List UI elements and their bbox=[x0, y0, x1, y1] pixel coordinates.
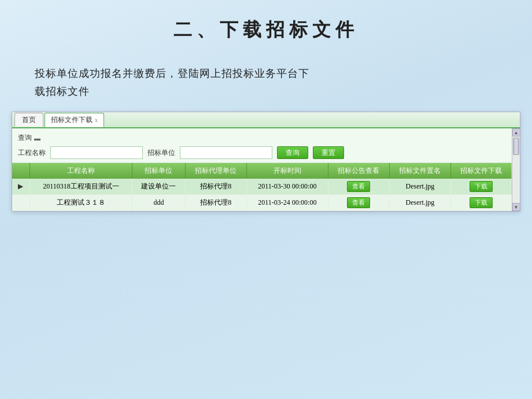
browser-main: 查询 ▬ 工程名称 招标单位 查询 重置 bbox=[12, 128, 512, 211]
tab-active-label: 招标文件下载 bbox=[51, 115, 93, 125]
search-button[interactable]: 查询 bbox=[277, 146, 308, 159]
cell-notice[interactable]: 查看 bbox=[328, 195, 389, 211]
table-row[interactable]: 工程测试３１８ ddd 招标代理8 2011-03-24 00:00:00 查看… bbox=[12, 195, 512, 211]
scrollbar-thumb[interactable] bbox=[513, 138, 519, 155]
tab-bar: 首页 招标文件下载 x bbox=[12, 112, 520, 128]
field1-label: 工程名称 bbox=[18, 148, 46, 158]
scrollbar-track[interactable] bbox=[512, 136, 520, 203]
cell-agent: 招标代理8 bbox=[185, 179, 246, 195]
table-wrapper: 工程名称 招标单位 招标代理单位 开标时间 招标公告查看 招标文件置名 招标文件… bbox=[12, 163, 512, 211]
col-header-notice: 招标公告查看 bbox=[328, 163, 389, 179]
tab-close-icon[interactable]: x bbox=[95, 117, 98, 123]
cell-filename: Desert.jpg bbox=[389, 179, 450, 195]
col-header-open-time: 开标时间 bbox=[246, 163, 328, 179]
cell-project-name: 工程测试３１８ bbox=[29, 195, 132, 211]
description-line1: 投标单位成功报名并缴费后，登陆网上招投标业务平台下 bbox=[35, 65, 497, 83]
col-header-tender-unit: 招标单位 bbox=[132, 163, 185, 179]
browser-window: 首页 招标文件下载 x 查询 ▬ 工程名称 招标单位 查询 重置 bbox=[12, 112, 520, 212]
cell-filename: Desert.jpg bbox=[389, 195, 450, 211]
cell-tender-unit: 建设单位一 bbox=[132, 179, 185, 195]
row-marker: ▶ bbox=[12, 179, 29, 195]
scrollbar-up-button[interactable]: ▲ bbox=[512, 128, 520, 136]
search-section-label: 查询 ▬ bbox=[18, 133, 506, 143]
col-header-filename: 招标文件置名 bbox=[389, 163, 450, 179]
tab-home[interactable]: 首页 bbox=[14, 113, 43, 127]
results-table: 工程名称 招标单位 招标代理单位 开标时间 招标公告查看 招标文件置名 招标文件… bbox=[12, 163, 512, 211]
table-row[interactable]: ▶ 20110318工程项目测试一 建设单位一 招标代理8 2011-03-30… bbox=[12, 179, 512, 195]
cell-tender-unit: ddd bbox=[132, 195, 185, 211]
description: 投标单位成功报名并缴费后，登陆网上招投标业务平台下 载招标文件 bbox=[35, 65, 497, 100]
scrollbar: ▲ ▼ bbox=[512, 128, 520, 211]
search-area: 查询 ▬ 工程名称 招标单位 查询 重置 bbox=[12, 128, 512, 163]
browser-content-area: 查询 ▬ 工程名称 招标单位 查询 重置 bbox=[12, 128, 520, 211]
cell-open-time: 2011-03-30 00:00:00 bbox=[246, 179, 328, 195]
col-header-project: 工程名称 bbox=[29, 163, 132, 179]
table-header-row: 工程名称 招标单位 招标代理单位 开标时间 招标公告查看 招标文件置名 招标文件… bbox=[12, 163, 512, 179]
search-label-text: 查询 bbox=[18, 133, 32, 143]
search-collapse-icon[interactable]: ▬ bbox=[34, 135, 40, 142]
col-header-name bbox=[12, 163, 29, 179]
col-header-agent: 招标代理单位 bbox=[185, 163, 246, 179]
file-download-button[interactable]: 下载 bbox=[470, 197, 493, 208]
file-download-button[interactable]: 下载 bbox=[470, 181, 493, 192]
cell-notice[interactable]: 查看 bbox=[328, 179, 389, 195]
field2-input[interactable] bbox=[180, 146, 272, 159]
field2-label: 招标单位 bbox=[147, 148, 175, 158]
cell-agent: 招标代理8 bbox=[185, 195, 246, 211]
row-marker bbox=[12, 195, 29, 211]
notice-view-button[interactable]: 查看 bbox=[347, 197, 370, 208]
notice-view-button[interactable]: 查看 bbox=[347, 181, 370, 192]
cell-download[interactable]: 下载 bbox=[450, 179, 512, 195]
page-title: 二、下载招标文件 bbox=[0, 0, 532, 54]
scrollbar-down-button[interactable]: ▼ bbox=[512, 203, 520, 211]
cell-project-name: 20110318工程项目测试一 bbox=[29, 179, 132, 195]
field1-input[interactable] bbox=[50, 146, 143, 159]
cell-open-time: 2011-03-24 00:00:00 bbox=[246, 195, 328, 211]
col-header-download: 招标文件下载 bbox=[450, 163, 512, 179]
tab-active[interactable]: 招标文件下载 x bbox=[45, 113, 104, 127]
cell-download[interactable]: 下载 bbox=[450, 195, 512, 211]
description-line2: 载招标文件 bbox=[35, 83, 497, 101]
search-row: 工程名称 招标单位 查询 重置 bbox=[18, 146, 506, 159]
reset-button[interactable]: 重置 bbox=[313, 146, 344, 159]
